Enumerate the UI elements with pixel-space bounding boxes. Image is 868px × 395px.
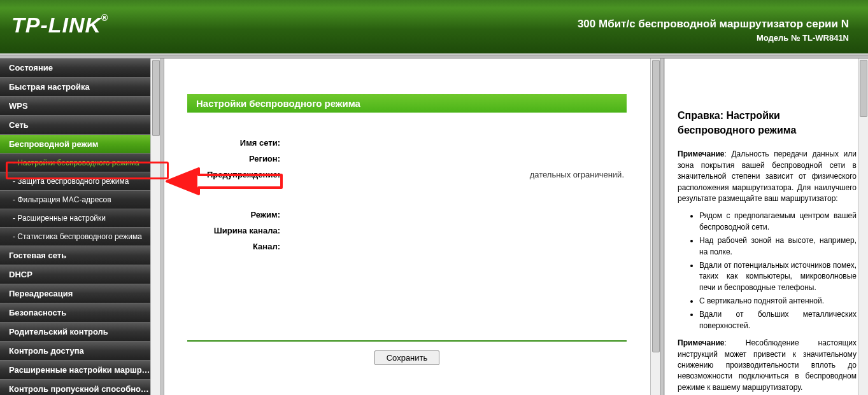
- help-bullet: Вдали от больших металлических поверхнос…: [699, 309, 857, 331]
- main-scrollbar-thumb[interactable]: [652, 60, 660, 352]
- logo-text: TP-LINK: [11, 13, 101, 37]
- sidebar-item[interactable]: Расширенные настройки маршрутизации: [0, 361, 160, 380]
- logo: TP-LINK®: [11, 13, 108, 38]
- sidebar-item[interactable]: Родительский контроль: [0, 322, 160, 342]
- help-bullet-list: Рядом с предполагаемым центром вашей бес…: [699, 211, 857, 331]
- sidebar-item[interactable]: DHCP: [0, 265, 160, 284]
- sidebar-item[interactable]: Переадресация: [0, 284, 160, 303]
- channel-width-label: Ширина канала:: [187, 226, 283, 235]
- sidebar-item[interactable]: Беспроводной режим: [0, 135, 160, 154]
- settings-form: Имя сети: Регион: Предупреждение: датель…: [187, 138, 627, 251]
- help-bullet: С вертикально поднятой антенной.: [699, 296, 857, 307]
- warning-label: Предупреждение:: [187, 170, 283, 179]
- help-scrollbar[interactable]: [858, 59, 868, 395]
- help-paragraph-2: Примечание: Несоблюдение настоящих инстр…: [678, 338, 857, 393]
- sidebar-item[interactable]: Сеть: [0, 116, 160, 135]
- sidebar-item[interactable]: Безопасность: [0, 303, 160, 322]
- help-title: Справка: Настройки беспроводного режима: [678, 108, 857, 137]
- product-title: 300 Мбит/с беспроводной маршрутизатор се…: [578, 18, 849, 31]
- save-button[interactable]: Сохранить: [374, 350, 440, 365]
- help-paragraph-1: Примечание: Дальность передачи данных ил…: [678, 149, 857, 204]
- help-bullet: Вдали от потенциальных источников помех,…: [699, 260, 857, 293]
- sidebar-item[interactable]: Контроль доступа: [0, 342, 160, 361]
- main-content: Настройки беспроводного режима Имя сети:…: [164, 59, 660, 395]
- header-banner: TP-LINK® 300 Мбит/с беспроводной маршрут…: [0, 0, 868, 55]
- region-label: Регион:: [187, 154, 283, 163]
- sidebar-item[interactable]: Гостевая сеть: [0, 246, 160, 265]
- channel-label: Канал:: [187, 242, 283, 251]
- sidebar-item[interactable]: WPS: [0, 97, 160, 116]
- ssid-label: Имя сети:: [187, 138, 283, 148]
- form-divider: [187, 340, 627, 342]
- panel-title: Настройки беспроводного режима: [187, 94, 627, 113]
- sidebar-item[interactable]: Состояние: [0, 59, 160, 78]
- sidebar-subitem[interactable]: - Защита беспроводного режима: [0, 172, 160, 191]
- sidebar-item[interactable]: Контроль пропускной способности: [0, 380, 160, 395]
- sidebar-subitem[interactable]: - Фильтрация MAC-адресов: [0, 191, 160, 209]
- help-bullet: Над рабочей зоной на высоте, например, н…: [699, 235, 857, 258]
- warning-text: дательных ограничений.: [283, 170, 627, 179]
- sidebar-scrollbar[interactable]: [150, 59, 160, 395]
- warning-tail: дательных ограничений.: [530, 170, 624, 179]
- help-panel: Справка: Настройки беспроводного режима …: [664, 59, 868, 395]
- sidebar-item[interactable]: Быстрая настройка: [0, 78, 160, 97]
- sidebar-scrollbar-thumb[interactable]: [152, 60, 160, 136]
- sidebar-subitem[interactable]: - Расширенные настройки: [0, 209, 160, 228]
- sidebar-subitem[interactable]: - Статистика беспроводного режима: [0, 228, 160, 246]
- mode-label: Режим:: [187, 210, 283, 219]
- header-product-info: 300 Мбит/с беспроводной маршрутизатор се…: [578, 18, 849, 43]
- model-number: Модель № TL-WR841N: [578, 33, 849, 43]
- help-scrollbar-thumb[interactable]: [860, 60, 867, 117]
- help-bullet: Рядом с предполагаемым центром вашей бес…: [699, 211, 857, 233]
- sidebar: СостояниеБыстрая настройкаWPSСетьБеспров…: [0, 59, 160, 395]
- sidebar-subitem[interactable]: - Настройки беспроводного режима: [0, 154, 160, 172]
- main-scrollbar[interactable]: [650, 59, 660, 395]
